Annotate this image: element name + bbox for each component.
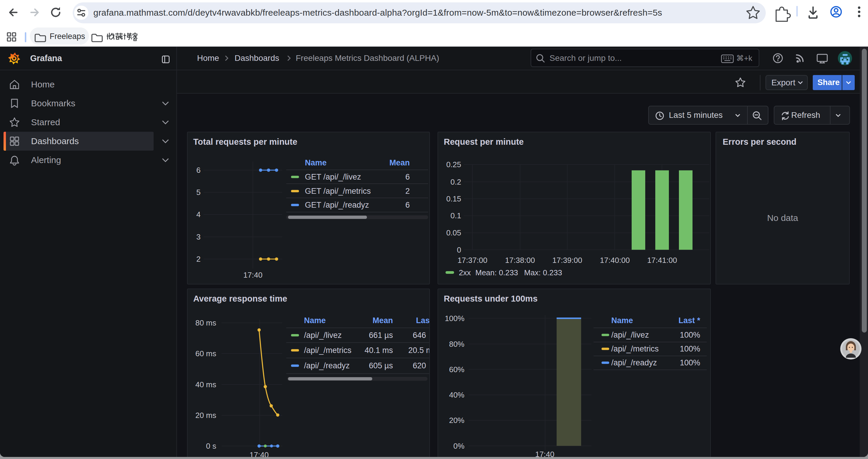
- svg-text:661 µs: 661 µs: [369, 331, 393, 340]
- svg-text:GET /api/_/livez: GET /api/_/livez: [305, 172, 361, 182]
- svg-text:2: 2: [405, 187, 410, 196]
- svg-text:Last *: Last *: [678, 316, 700, 325]
- svg-text:Total requests per minute: Total requests per minute: [193, 137, 297, 146]
- svg-text:60 ms: 60 ms: [195, 349, 216, 358]
- svg-text:0: 0: [457, 245, 461, 254]
- svg-text:80 ms: 80 ms: [195, 319, 216, 327]
- svg-text:4: 4: [196, 210, 200, 219]
- svg-text:40.1 ms: 40.1 ms: [365, 346, 393, 355]
- svg-text:Mean: Mean: [390, 158, 410, 167]
- svg-text:Request per minute: Request per minute: [444, 137, 524, 146]
- svg-text:17:40: 17:40: [249, 451, 269, 457]
- svg-text:Name: Name: [611, 316, 633, 325]
- svg-text:100%: 100%: [680, 358, 700, 367]
- svg-text:80%: 80%: [449, 340, 464, 349]
- svg-text:646: 646: [413, 331, 426, 340]
- svg-text:GET /api/_/readyz: GET /api/_/readyz: [305, 201, 369, 209]
- svg-text:17:41:00: 17:41:00: [647, 256, 677, 265]
- svg-text:2xx: 2xx: [459, 268, 471, 277]
- svg-text:0.25: 0.25: [446, 160, 461, 169]
- svg-text:0%: 0%: [453, 441, 464, 451]
- svg-text:100%: 100%: [680, 345, 700, 353]
- svg-text:/api/_/livez: /api/_/livez: [304, 331, 342, 340]
- svg-text:620: 620: [413, 361, 426, 370]
- svg-text:Name: Name: [304, 316, 326, 325]
- svg-text:2: 2: [196, 255, 200, 263]
- svg-text:No data: No data: [767, 213, 798, 223]
- svg-text:60%: 60%: [449, 365, 464, 374]
- svg-text:6: 6: [196, 166, 200, 174]
- svg-text:100%: 100%: [445, 314, 465, 323]
- svg-text:Errors per second: Errors per second: [723, 137, 797, 146]
- svg-text:17:39:00: 17:39:00: [552, 256, 582, 265]
- svg-text:17:40:00: 17:40:00: [600, 256, 629, 265]
- svg-text:40 ms: 40 ms: [195, 380, 216, 389]
- svg-text:6: 6: [405, 201, 410, 209]
- svg-text:/api/_/metrics: /api/_/metrics: [304, 346, 351, 355]
- svg-text:20.5 m: 20.5 m: [408, 346, 429, 355]
- svg-text:17:40: 17:40: [535, 450, 554, 457]
- svg-text:Max: 0.233: Max: 0.233: [524, 268, 562, 277]
- svg-text:Requests under 100ms: Requests under 100ms: [444, 294, 538, 303]
- svg-text:Name: Name: [305, 158, 327, 167]
- svg-text:0.05: 0.05: [446, 228, 461, 237]
- svg-text:0.1: 0.1: [451, 211, 461, 220]
- svg-text:0.2: 0.2: [451, 177, 461, 186]
- svg-text:Average response time: Average response time: [193, 294, 287, 303]
- svg-text:605 µs: 605 µs: [369, 361, 393, 370]
- svg-text:5: 5: [196, 188, 200, 197]
- svg-text:/api/_/livez: /api/_/livez: [611, 330, 649, 339]
- svg-text:/api/_/readyz: /api/_/readyz: [304, 361, 350, 370]
- svg-text:Last *: Last *: [416, 316, 429, 325]
- svg-text:100%: 100%: [680, 330, 700, 339]
- svg-text:3: 3: [196, 232, 200, 241]
- svg-text:40%: 40%: [449, 391, 464, 399]
- svg-text:/api/_/metrics: /api/_/metrics: [611, 345, 659, 353]
- svg-text:0 s: 0 s: [206, 441, 216, 451]
- svg-text:Mean: Mean: [373, 316, 393, 325]
- svg-text:17:38:00: 17:38:00: [505, 256, 535, 265]
- svg-text:0.15: 0.15: [446, 194, 461, 203]
- svg-text:17:37:00: 17:37:00: [457, 256, 487, 265]
- svg-text:20 ms: 20 ms: [195, 411, 216, 420]
- svg-text:GET /api/_/metrics: GET /api/_/metrics: [305, 187, 371, 196]
- svg-text:17:40: 17:40: [243, 270, 262, 280]
- svg-text:Mean: 0.233: Mean: 0.233: [475, 268, 518, 277]
- svg-text:6: 6: [405, 172, 410, 182]
- svg-text:/api/_/readyz: /api/_/readyz: [611, 358, 657, 367]
- svg-text:20%: 20%: [449, 416, 464, 425]
